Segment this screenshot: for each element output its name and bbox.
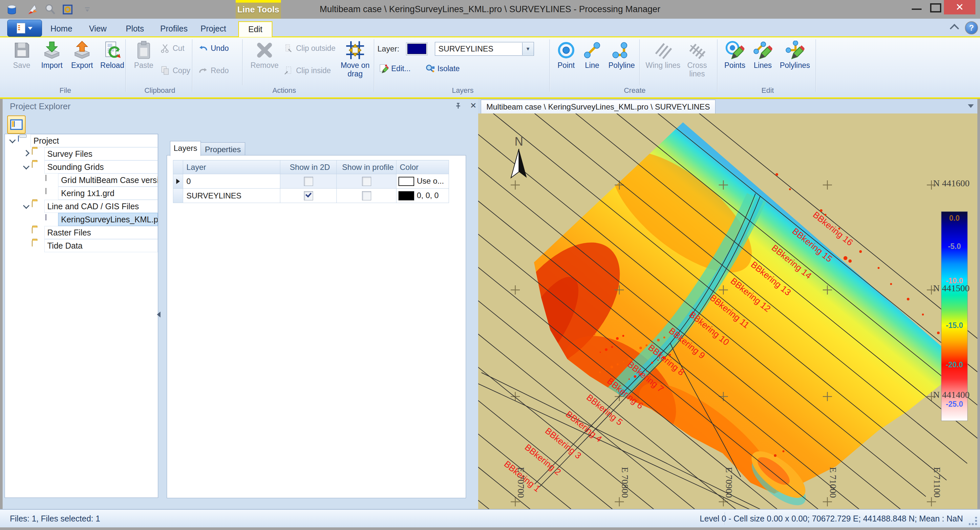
create-line-button[interactable]: Line: [579, 40, 605, 87]
show-in-profile-cell[interactable]: [337, 174, 396, 189]
table-row[interactable]: 0Use o...: [173, 174, 449, 189]
redo-button[interactable]: Redo: [198, 65, 229, 76]
export-icon: [73, 41, 92, 60]
show-in-2d-checkbox[interactable]: [304, 177, 313, 186]
tab-project[interactable]: Project: [197, 21, 229, 36]
app-menu-button[interactable]: [7, 20, 42, 37]
sub-divider: [242, 40, 243, 85]
paste-button[interactable]: Paste: [129, 40, 159, 87]
combobox-dropdown-icon[interactable]: ▼: [522, 43, 534, 55]
column-header-color[interactable]: Color: [396, 160, 449, 174]
map-svg[interactable]: BBkering 1BBkering 2BBkering 3BBkering 4…: [478, 113, 977, 509]
create-point-button[interactable]: Point: [553, 40, 579, 87]
folder-icon: [32, 162, 43, 172]
tree-expander-icon[interactable]: [7, 138, 18, 144]
colorbar-tick: -5.0: [948, 242, 961, 251]
row-selector[interactable]: [173, 189, 183, 203]
edit-polylines-button[interactable]: Polylines: [776, 40, 813, 87]
tab-properties[interactable]: Properties: [200, 142, 245, 156]
group-label-create: Create: [553, 86, 716, 95]
tree-item-keringsurveylines-kml-pro[interactable]: KeringSurveyLines_KML.pro: [5, 213, 158, 226]
tab-home[interactable]: Home: [48, 21, 75, 36]
reload-button[interactable]: Reload: [97, 40, 127, 87]
title-bar: Line Tools Multibeam case \ KeringSurvey…: [0, 0, 980, 19]
tab-layers[interactable]: Layers: [170, 141, 201, 156]
project-tree[interactable]: ProjectSurvey FilesSounding GridsGrid Mu…: [5, 134, 158, 498]
tree-item-tide-data[interactable]: Tide Data: [5, 239, 158, 252]
tree-item-kering-1x1-grd[interactable]: Kering 1x1.grd: [5, 187, 158, 200]
edit-lines-button[interactable]: Lines: [749, 40, 776, 87]
tree-item-label: Project: [30, 134, 158, 147]
pin-icon[interactable]: [453, 102, 461, 110]
window-title: Multibeam case \ KeringSurveyLines_KML.p…: [0, 0, 980, 19]
wing-lines-button[interactable]: Wing lines: [644, 40, 682, 87]
clip-inside-button[interactable]: Clip inside: [283, 65, 336, 76]
tree-item-survey-files[interactable]: Survey Files: [5, 147, 158, 160]
collapse-ribbon-icon[interactable]: [950, 24, 959, 33]
tree-item-label: Raster Files: [44, 226, 158, 239]
export-button[interactable]: Export: [67, 40, 97, 87]
create-polyline-button[interactable]: Polyline: [605, 40, 638, 87]
row-selector[interactable]: [173, 174, 183, 189]
show-in-2d-cell[interactable]: [280, 174, 337, 189]
panel-close-icon[interactable]: ✕: [469, 101, 478, 111]
color-cell[interactable]: Use o...: [396, 174, 449, 189]
show-in-profile-checkbox[interactable]: [362, 191, 371, 200]
tab-list-dropdown-icon[interactable]: [968, 104, 974, 108]
cross-lines-button[interactable]: Cross lines: [682, 40, 712, 87]
layer-name-cell[interactable]: 0: [183, 174, 280, 189]
maximize-button[interactable]: [927, 0, 945, 15]
explorer-toolbar-button[interactable]: [7, 116, 25, 134]
tree-item-raster-files[interactable]: Raster Files: [5, 226, 158, 239]
show-in-profile-cell[interactable]: [337, 189, 396, 203]
copy-button[interactable]: Copy: [160, 65, 190, 76]
undo-button[interactable]: Undo: [198, 43, 229, 54]
clip-outside-button[interactable]: Clip outside: [283, 43, 336, 54]
ribbon-group-clipboard: Paste Cut Copy Clipboard: [129, 37, 191, 96]
minimize-button[interactable]: [908, 0, 926, 15]
layer-name-cell[interactable]: SURVEYLINES: [183, 189, 280, 203]
save-button[interactable]: Save: [6, 40, 37, 87]
sub-divider: [640, 40, 640, 85]
tree-item-grid-multibeam-case-version-8-[interactable]: Grid MultiBeam Case version 8....: [5, 173, 158, 187]
easting-label: E 70700: [516, 467, 526, 498]
tree-expander-icon[interactable]: [21, 164, 32, 170]
tab-plots[interactable]: Plots: [122, 21, 148, 36]
layer-combobox-value: SURVEYLINES: [435, 44, 522, 54]
help-icon[interactable]: ?: [965, 21, 978, 35]
splitter-collapse-icon[interactable]: [157, 311, 161, 317]
column-header-show-in-profile[interactable]: Show in profile: [337, 160, 396, 174]
resize-grip[interactable]: [969, 517, 977, 525]
tree-item-line-and-cad-gis-files[interactable]: Line and CAD / GIS Files: [5, 200, 158, 213]
tab-profiles[interactable]: Profiles: [158, 21, 190, 36]
color-cell[interactable]: 0, 0, 0: [396, 189, 449, 203]
import-button[interactable]: Import: [37, 40, 67, 87]
tree-expander-icon[interactable]: [21, 151, 32, 157]
column-header-layer[interactable]: Layer: [183, 160, 280, 174]
clip-inside-icon: [283, 66, 293, 75]
tab-edit[interactable]: Edit: [238, 21, 272, 37]
column-header-show-in-2d[interactable]: Show in 2D: [280, 160, 337, 174]
isolate-button[interactable]: Isolate: [425, 63, 460, 74]
map-canvas[interactable]: BBkering 1BBkering 2BBkering 3BBkering 4…: [478, 113, 977, 509]
show-in-profile-checkbox[interactable]: [362, 177, 371, 186]
map-tab[interactable]: Multibeam case \ KeringSurveyLines_KML.p…: [481, 100, 716, 114]
move-on-drag-button[interactable]: Move on drag: [338, 40, 372, 87]
table-row[interactable]: SURVEYLINES0, 0, 0: [173, 189, 449, 203]
show-in-2d-cell[interactable]: [280, 189, 337, 203]
cut-button[interactable]: Cut: [160, 43, 190, 54]
show-in-2d-checkbox[interactable]: [304, 191, 313, 200]
layer-color-swatch[interactable]: [407, 44, 426, 54]
tree-item-project[interactable]: Project: [5, 134, 158, 147]
tab-view[interactable]: View: [85, 21, 111, 36]
layers-table[interactable]: LayerShow in 2DShow in profileColor0Use …: [173, 160, 449, 203]
tree-item-sounding-grids[interactable]: Sounding Grids: [5, 160, 158, 173]
folder-icon: [32, 228, 43, 238]
layer-combobox[interactable]: SURVEYLINES ▼: [435, 42, 534, 56]
edit-points-button[interactable]: Points: [721, 40, 749, 87]
layer-edit-button[interactable]: Edit...: [379, 63, 410, 74]
close-button[interactable]: ✕: [944, 0, 975, 14]
tree-expander-icon[interactable]: [21, 203, 32, 209]
remove-button[interactable]: Remove: [247, 40, 282, 87]
group-label-actions: Actions: [196, 86, 373, 95]
